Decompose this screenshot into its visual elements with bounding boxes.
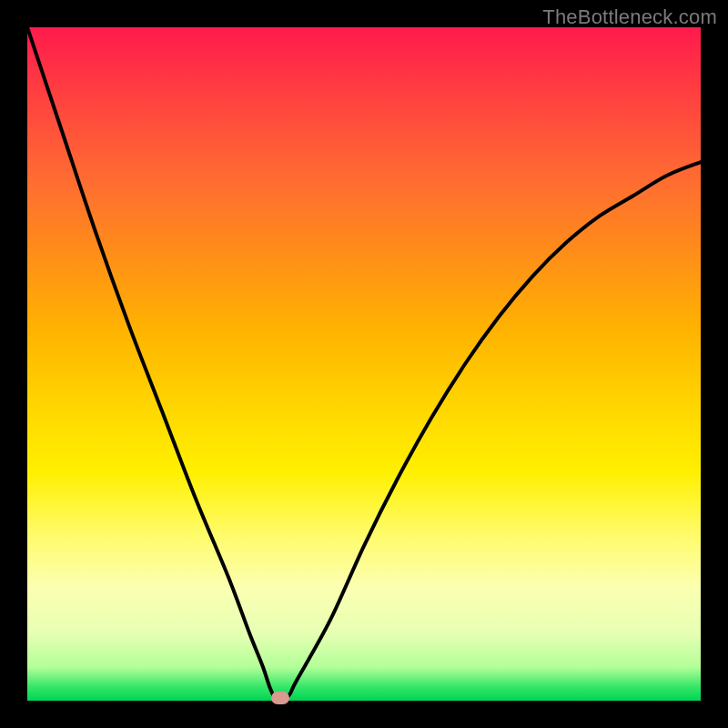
plot-area xyxy=(27,27,701,701)
minimum-marker xyxy=(271,692,289,704)
chart-frame: TheBottleneck.com xyxy=(0,0,728,728)
bottleneck-curve xyxy=(27,27,701,701)
watermark-label: TheBottleneck.com xyxy=(542,5,717,29)
